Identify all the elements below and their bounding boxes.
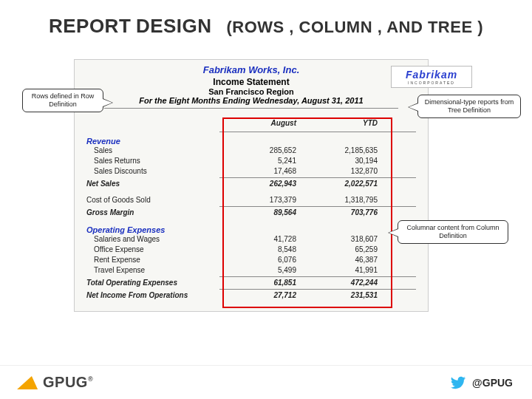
slide-title: REPORT DESIGN (ROWS , COLUMN , AND TREE … (0, 15, 532, 38)
fabrikam-logo: Fabrikam INCORPORATED (391, 66, 472, 88)
title-word: , AND (378, 18, 423, 36)
gpug-logo-text: GPUG® (43, 374, 93, 391)
footer-right: @GPUG (450, 375, 513, 391)
table-row: Sales Returns 5,241 30,194 (86, 156, 416, 166)
section-header-revenue: Revenue (86, 137, 416, 146)
column-header-row: August YTD (86, 119, 416, 127)
section-header-opex: Operating Expenses (86, 225, 416, 234)
title-word: DESIGN (136, 15, 212, 37)
callout-column: Columnar content from Column Definition (398, 220, 508, 244)
table-row: Rent Expense 6,076 46,387 (86, 255, 416, 265)
table-row: Travel Expense 5,499 41,991 (86, 265, 416, 276)
callout-tree: Dimensional-type reports from Tree Defin… (417, 95, 521, 118)
gpug-logo: GPUG® (19, 374, 93, 391)
table-row-total: Net Sales 262,943 2,022,571 (86, 179, 416, 189)
divider (219, 276, 416, 277)
table-row-total: Net Income From Operations 27,712 231,53… (86, 290, 416, 301)
table-row-total: Gross Margin 89,564 703,776 (86, 208, 416, 218)
callout-tail (408, 103, 418, 112)
report-preview: Fabrikam Works, Inc. Income Statement Sa… (74, 59, 429, 312)
report-region: San Francisco Region (75, 87, 428, 96)
callout-tail (388, 228, 398, 237)
report-company: Fabrikam Works, Inc. (75, 64, 428, 75)
title-word: COLUMN (299, 18, 373, 36)
footer: GPUG® @GPUG (0, 365, 532, 399)
callout-rows: Rows defined in Row Definition (22, 89, 103, 112)
divider (219, 206, 416, 207)
table-row: Sales 285,652 2,185,635 (86, 146, 416, 156)
report-title: Income Statement (75, 77, 428, 87)
title-word: REPORT (49, 15, 131, 37)
divider (219, 177, 416, 178)
table-row-total: Total Operating Expenses 61,851 472,244 (86, 278, 416, 288)
divider (104, 108, 398, 109)
report-header: Fabrikam Works, Inc. Income Statement Sa… (75, 60, 428, 115)
table-row: Sales Discounts 17,468 132,870 (86, 166, 416, 177)
col-header: August (219, 119, 301, 127)
title-word: TREE (428, 18, 473, 36)
twitter-handle: @GPUG (472, 377, 513, 389)
table-row: Cost of Goods Sold 173,379 1,318,795 (86, 195, 416, 205)
twitter-icon (450, 375, 466, 391)
report-body: August YTD Revenue Sales 285,652 2,185,6… (75, 115, 428, 311)
divider (219, 132, 416, 132)
fabrikam-logo-text: Fabrikam (406, 69, 457, 81)
callout-tail (103, 98, 113, 107)
col-header: YTD (301, 119, 382, 127)
title-word: (ROWS , (226, 18, 294, 36)
table-row: Office Expense 8,548 65,259 (86, 245, 416, 255)
divider (219, 289, 416, 290)
title-word: ) (477, 18, 483, 36)
fabrikam-logo-sub: INCORPORATED (408, 81, 455, 85)
report-period: For the Eight Months Ending Wednesday, A… (75, 96, 428, 105)
gpug-logo-icon (17, 376, 42, 389)
table-row: Salaries and Wages 41,728 318,607 (86, 234, 416, 245)
